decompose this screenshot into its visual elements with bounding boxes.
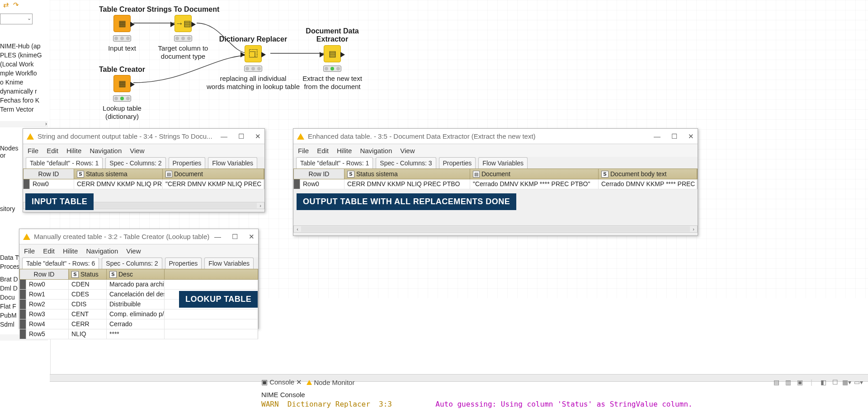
row-handle[interactable] [20, 290, 26, 299]
table-row[interactable]: Row0CDENMarcado para archivar [19, 280, 258, 290]
minimize-button[interactable]: ― [654, 132, 660, 141]
menu-file[interactable]: File [24, 247, 35, 255]
table-row[interactable]: Row0 CERR DMNV KKMP NLIQ PREC PTBO "Cerr… [293, 179, 698, 189]
close-button[interactable]: ✕ [688, 132, 694, 141]
tab-rows[interactable]: Table "default" - Rows: 1 [296, 157, 373, 169]
tab-node-monitor[interactable]: Node Monitor [307, 379, 354, 386]
menu-edit[interactable]: Edit [43, 247, 55, 255]
node-caption: Input text [108, 44, 136, 52]
th-document[interactable]: Document [481, 170, 510, 178]
node-strings-to-document[interactable]: →▤ [175, 15, 192, 32]
maximize-button[interactable]: ☐ [238, 132, 244, 141]
tab-properties[interactable]: Properties [165, 258, 202, 269]
menu-hilite[interactable]: Hilite [66, 147, 81, 155]
tree-item[interactable]: PLES (knimeG [0, 51, 50, 60]
menu-view[interactable]: View [130, 147, 144, 155]
menubar: File Edit Hilite Navigation View [293, 144, 698, 157]
table-header: Row ID SStatus sistema ▤Document [23, 169, 264, 179]
icon[interactable]: ▣ [796, 378, 804, 386]
label-lookup-table: LOOKUP TABLE [179, 291, 258, 308]
panel-label: or [0, 152, 18, 159]
maximize-button[interactable]: ☐ [671, 132, 677, 141]
tree-item[interactable]: (Local Work [0, 60, 50, 69]
close-button[interactable]: ✕ [255, 132, 261, 141]
menu-navigation[interactable]: Navigation [90, 147, 122, 155]
menu-file[interactable]: File [28, 147, 38, 155]
node-dictionary-replacer[interactable]: ⿹ [245, 45, 262, 62]
row-handle[interactable] [20, 329, 26, 339]
th-document[interactable]: Document [174, 170, 203, 178]
cell-rowid: Row1 [26, 290, 69, 299]
tree-item[interactable]: Fechas foro K [0, 96, 50, 105]
tree-item[interactable]: o Knime [0, 78, 50, 87]
row-handle[interactable] [20, 300, 26, 309]
icon[interactable]: ▥ [784, 378, 792, 386]
icon[interactable]: ▭▾ [854, 378, 863, 386]
tab-console[interactable]: ▣ Console ✕ [261, 378, 302, 386]
menu-view[interactable]: View [400, 147, 415, 155]
table-header: Row ID SStatus SDesc [19, 269, 258, 280]
icon[interactable]: ☐ [831, 378, 839, 386]
icon[interactable]: ▤ [772, 378, 780, 386]
tree-item[interactable]: dynamically r [0, 87, 50, 96]
close-button[interactable]: ✕ [249, 233, 255, 241]
menu-navigation[interactable]: Navigation [360, 147, 392, 155]
node-document-data-extractor[interactable]: ▤ [324, 45, 341, 62]
th-rowid[interactable]: Row ID [294, 169, 344, 179]
th-status[interactable]: Status sistema [356, 170, 398, 178]
row-handle[interactable] [24, 179, 30, 189]
row-handle[interactable] [20, 280, 26, 289]
tabs: Table "default" - Rows: 1 Spec - Columns… [23, 157, 264, 169]
node-table-creator-1[interactable]: ▦ [113, 15, 131, 32]
minimize-button[interactable]: ― [214, 233, 221, 241]
row-handle[interactable] [20, 319, 26, 329]
menu-view[interactable]: View [126, 247, 141, 255]
table-row[interactable]: Row4CERRCerrado [19, 319, 258, 329]
menu-file[interactable]: File [298, 147, 309, 155]
scrollbar[interactable]: ‹› [293, 225, 698, 233]
menu-hilite[interactable]: Hilite [337, 147, 352, 155]
th-desc[interactable]: Desc [118, 271, 133, 278]
redo-icon[interactable]: ↷ [12, 1, 20, 9]
swap-icon[interactable]: ⇄ [2, 1, 10, 9]
icon[interactable]: ▦▾ [843, 378, 851, 386]
tree-item[interactable]: mple Workflo [0, 69, 50, 78]
th-status[interactable]: Status [80, 271, 99, 278]
icon[interactable]: ◧ [819, 378, 827, 386]
tab-rows[interactable]: Table "default" - Rows: 1 [26, 157, 103, 169]
minimize-button[interactable]: ― [221, 132, 227, 141]
table-row[interactable]: Row3CENTComp. eliminado p/n... [19, 309, 258, 319]
dropdown[interactable]: ⌄ [0, 14, 33, 24]
cell-status: CDES [69, 290, 107, 299]
tab-properties[interactable]: Properties [439, 157, 476, 169]
workspace-tree[interactable]: NIME-Hub (ap PLES (knimeG (Local Work mp… [0, 42, 50, 114]
tree-item[interactable]: Term Vector [0, 105, 50, 114]
th-body[interactable]: Document body text [610, 170, 667, 178]
cell-rowid: Row2 [26, 300, 69, 309]
tree-item[interactable]: NIME-Hub (ap [0, 42, 50, 51]
menu-hilite[interactable]: Hilite [63, 247, 78, 255]
scrollbar[interactable] [50, 375, 868, 382]
scrollbar[interactable]: › [0, 121, 48, 127]
tab-flow-variables[interactable]: Flow Variables [478, 157, 528, 169]
th-status[interactable]: Status sistema [86, 170, 127, 178]
node-table-creator-2[interactable]: ▦ [113, 75, 131, 92]
cell-status: CENT [69, 309, 107, 319]
row-handle[interactable] [20, 309, 26, 319]
table-row[interactable]: Row0 CERR DMNV KKMP NLIQ PREC PTBO "CERR… [23, 179, 264, 189]
row-handle[interactable] [294, 179, 300, 189]
table-row[interactable]: Row5NLIQ**** [19, 329, 258, 339]
menu-navigation[interactable]: Navigation [86, 247, 118, 255]
menu-edit[interactable]: Edit [47, 147, 58, 155]
tab-properties[interactable]: Properties [169, 157, 206, 169]
tab-spec[interactable]: Spec - Columns: 3 [376, 157, 436, 169]
th-rowid[interactable]: Row ID [24, 169, 74, 179]
tab-flow-variables[interactable]: Flow Variables [204, 258, 254, 269]
th-rowid[interactable]: Row ID [20, 269, 69, 279]
tab-flow-variables[interactable]: Flow Variables [208, 157, 257, 169]
tab-spec[interactable]: Spec - Columns: 2 [105, 157, 165, 169]
tab-spec[interactable]: Spec - Columns: 2 [102, 258, 162, 269]
maximize-button[interactable]: ☐ [232, 233, 238, 241]
tab-rows[interactable]: Table "default" - Rows: 6 [22, 258, 99, 269]
menu-edit[interactable]: Edit [317, 147, 329, 155]
